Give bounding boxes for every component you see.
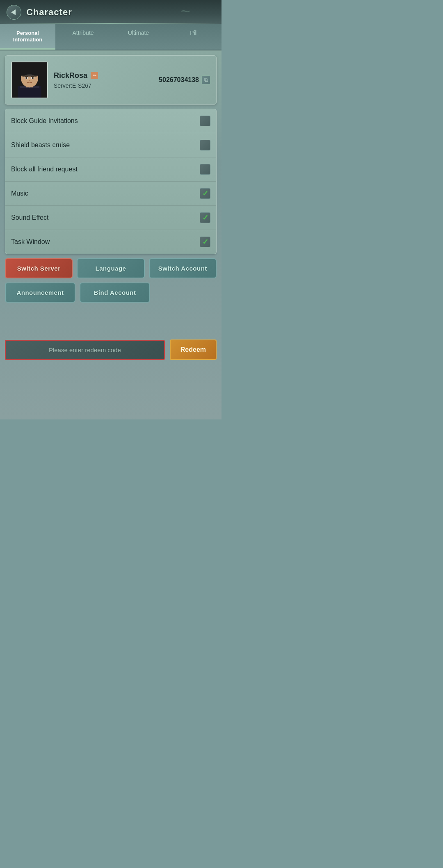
setting-label-music: Music bbox=[11, 190, 28, 197]
setting-sound-effect: Sound Effect bbox=[5, 206, 216, 230]
bind-account-button[interactable]: Bind Account bbox=[80, 282, 150, 303]
checkbox-block-guide[interactable] bbox=[200, 116, 210, 126]
announcement-button[interactable]: Announcement bbox=[5, 282, 75, 303]
setting-label-task-window: Task Window bbox=[11, 238, 50, 246]
back-button[interactable] bbox=[7, 5, 21, 20]
profile-server: Server:E-S267 bbox=[54, 82, 153, 89]
buttons-row-2: Announcement Bind Account bbox=[5, 282, 217, 303]
profile-info: RickRosa Server:E-S267 bbox=[54, 71, 153, 89]
buttons-row-1: Switch Server Language Switch Account bbox=[5, 258, 217, 278]
profile-id: 50267034138 bbox=[159, 76, 199, 84]
tab-ultimate[interactable]: Ultimate bbox=[111, 24, 166, 50]
tab-bar: Personal Information Attribute Ultimate … bbox=[0, 24, 222, 50]
checkbox-sound-effect[interactable] bbox=[200, 212, 210, 223]
setting-label-block-friend: Block all friend request bbox=[11, 166, 78, 173]
spacer bbox=[5, 307, 217, 331]
checkbox-task-window[interactable] bbox=[200, 237, 210, 247]
avatar bbox=[11, 62, 48, 98]
back-arrow-icon bbox=[11, 9, 16, 15]
tab-attribute[interactable]: Attribute bbox=[55, 24, 111, 50]
header-decoration: ~ bbox=[180, 2, 213, 23]
checkbox-music[interactable] bbox=[200, 188, 210, 199]
profile-name-row: RickRosa bbox=[54, 71, 153, 80]
svg-point-15 bbox=[24, 74, 35, 80]
switch-server-button[interactable]: Switch Server bbox=[5, 258, 73, 278]
tab-pill[interactable]: Pill bbox=[166, 24, 222, 50]
checkbox-shield-beasts[interactable] bbox=[200, 140, 210, 150]
page-title: Character bbox=[26, 7, 72, 18]
redeem-section: Please enter redeem code Redeem bbox=[5, 339, 217, 360]
profile-name: RickRosa bbox=[54, 71, 87, 80]
profile-card: RickRosa Server:E-S267 50267034138 bbox=[5, 55, 217, 105]
copy-id-icon[interactable] bbox=[201, 75, 210, 84]
language-button[interactable]: Language bbox=[77, 258, 144, 278]
setting-block-friend: Block all friend request bbox=[5, 157, 216, 182]
setting-task-window: Task Window bbox=[5, 230, 216, 254]
buttons-section: Switch Server Language Switch Account An… bbox=[5, 258, 217, 303]
redeem-code-input[interactable]: Please enter redeem code bbox=[5, 340, 165, 360]
profile-right: 50267034138 bbox=[159, 75, 210, 84]
tab-personal-information[interactable]: Personal Information bbox=[0, 24, 55, 50]
switch-account-button[interactable]: Switch Account bbox=[149, 258, 217, 278]
setting-music: Music bbox=[5, 182, 216, 206]
setting-block-guide: Block Guide Invitations bbox=[5, 109, 216, 133]
header: Character ~ bbox=[0, 0, 222, 24]
checkbox-block-friend[interactable] bbox=[200, 164, 210, 175]
redeem-button[interactable]: Redeem bbox=[170, 339, 217, 360]
content-area: RickRosa Server:E-S267 50267034138 Block… bbox=[0, 50, 222, 419]
setting-label-sound-effect: Sound Effect bbox=[11, 214, 48, 221]
settings-section: Block Guide Invitations Shield beasts cr… bbox=[5, 109, 217, 254]
setting-label-block-guide: Block Guide Invitations bbox=[11, 117, 78, 125]
setting-label-shield-beasts: Shield beasts cruise bbox=[11, 141, 70, 149]
edit-name-icon[interactable] bbox=[91, 72, 98, 79]
setting-shield-beasts: Shield beasts cruise bbox=[5, 133, 216, 157]
